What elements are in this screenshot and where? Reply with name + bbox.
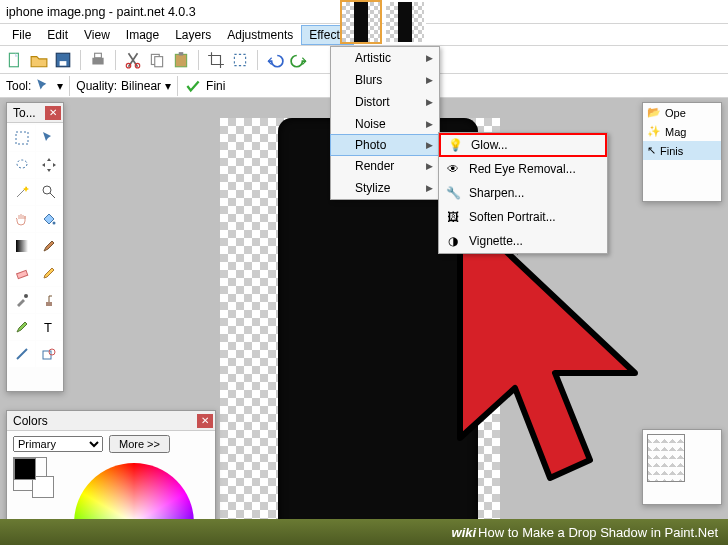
menu-adjustments[interactable]: Adjustments: [219, 25, 301, 45]
effects-stylize[interactable]: Stylize▶: [331, 177, 439, 199]
colors-panel-title: Colors: [13, 414, 48, 428]
history-item-wand[interactable]: ✨Mag: [643, 122, 721, 141]
folder-icon: 📂: [647, 106, 661, 119]
chevron-right-icon: ▶: [426, 119, 433, 129]
article-title: How to Make a Drop Shadow in Paint.Net: [478, 525, 718, 540]
photo-soften[interactable]: 🖼Soften Portrait...: [439, 205, 607, 229]
recolor-tool[interactable]: [9, 314, 35, 340]
move-pixels-tool[interactable]: [36, 152, 62, 178]
menu-edit[interactable]: Edit: [39, 25, 76, 45]
svg-point-13: [17, 160, 27, 168]
wand-icon: ✨: [647, 125, 661, 138]
save-icon[interactable]: [54, 51, 72, 69]
separator: [69, 76, 70, 96]
pencil-tool[interactable]: [36, 260, 62, 286]
svg-rect-2: [60, 61, 67, 66]
portrait-icon: 🖼: [445, 209, 461, 225]
effects-noise[interactable]: Noise▶: [331, 113, 439, 135]
doc-thumb-1[interactable]: [340, 0, 382, 44]
line-tool[interactable]: [9, 341, 35, 367]
svg-rect-4: [95, 53, 102, 58]
svg-rect-21: [43, 351, 51, 359]
paintbrush-tool[interactable]: [36, 233, 62, 259]
chevron-right-icon: ▶: [426, 140, 433, 150]
dropdown-icon[interactable]: ▾: [57, 79, 63, 93]
layer-thumb[interactable]: [647, 434, 685, 482]
wikihow-caption: wiki How to Make a Drop Shadow in Paint.…: [0, 519, 728, 545]
move-tool-icon[interactable]: [35, 77, 53, 95]
effects-distort[interactable]: Distort▶: [331, 91, 439, 113]
effects-photo[interactable]: Photo▶: [330, 134, 440, 156]
lasso-tool[interactable]: [9, 152, 35, 178]
paint-bucket-tool[interactable]: [36, 206, 62, 232]
new-file-icon[interactable]: [6, 51, 24, 69]
photo-sharpen[interactable]: 🔧Sharpen...: [439, 181, 607, 205]
chevron-right-icon: ▶: [426, 53, 433, 63]
close-icon[interactable]: ✕: [45, 106, 61, 120]
clone-stamp-tool[interactable]: [36, 287, 62, 313]
tools-panel: To... ✕ T: [6, 102, 64, 392]
doc-thumb-2[interactable]: [384, 0, 426, 44]
photo-vignette[interactable]: ◑Vignette...: [439, 229, 607, 253]
bulb-icon: 💡: [447, 137, 463, 153]
gradient-tool[interactable]: [9, 233, 35, 259]
primary-color[interactable]: [14, 458, 36, 480]
eye-icon: 👁: [445, 161, 461, 177]
vignette-icon: ◑: [445, 233, 461, 249]
dropdown-icon[interactable]: ▾: [165, 79, 171, 93]
document-thumbnails: [340, 0, 426, 46]
rectangle-select-tool[interactable]: [9, 125, 35, 151]
photo-glow[interactable]: 💡Glow...: [439, 133, 607, 157]
chevron-right-icon: ▶: [426, 75, 433, 85]
zoom-tool[interactable]: [36, 179, 62, 205]
shapes-tool[interactable]: [36, 341, 62, 367]
crop-icon[interactable]: [207, 51, 225, 69]
copy-icon[interactable]: [148, 51, 166, 69]
svg-text:T: T: [44, 320, 52, 335]
effects-blurs[interactable]: Blurs▶: [331, 69, 439, 91]
menu-file[interactable]: File: [4, 25, 39, 45]
svg-rect-9: [175, 54, 186, 66]
svg-rect-16: [16, 240, 28, 252]
svg-rect-10: [179, 52, 184, 55]
deselect-icon[interactable]: [231, 51, 249, 69]
photo-submenu: 💡Glow... 👁Red Eye Removal... 🔧Sharpen...…: [438, 132, 608, 254]
finish-label[interactable]: Fini: [206, 79, 225, 93]
tool-label: Tool:: [6, 79, 31, 93]
arrow-icon: ↖: [647, 144, 656, 157]
cut-icon[interactable]: [124, 51, 142, 69]
separator: [80, 50, 81, 70]
sharpen-icon: 🔧: [445, 185, 461, 201]
magic-wand-tool[interactable]: [9, 179, 35, 205]
quality-value[interactable]: Bilinear: [121, 79, 161, 93]
history-item-finish[interactable]: ↖Finis: [643, 141, 721, 160]
photo-redeye[interactable]: 👁Red Eye Removal...: [439, 157, 607, 181]
finish-icon[interactable]: [184, 77, 202, 95]
colors-more-button[interactable]: More >>: [109, 435, 170, 453]
separator: [198, 50, 199, 70]
separator: [177, 76, 178, 96]
pan-tool[interactable]: [9, 206, 35, 232]
effects-artistic[interactable]: Artistic▶: [331, 47, 439, 69]
chevron-right-icon: ▶: [426, 161, 433, 171]
menu-layers[interactable]: Layers: [167, 25, 219, 45]
paste-icon[interactable]: [172, 51, 190, 69]
move-selection-tool[interactable]: [36, 125, 62, 151]
undo-icon[interactable]: [266, 51, 284, 69]
menu-image[interactable]: Image: [118, 25, 167, 45]
svg-rect-19: [46, 302, 52, 306]
effects-render[interactable]: Render▶: [331, 155, 439, 177]
color-picker-tool[interactable]: [9, 287, 35, 313]
redo-icon[interactable]: [290, 51, 308, 69]
eraser-tool[interactable]: [9, 260, 35, 286]
text-tool[interactable]: T: [36, 314, 62, 340]
print-icon[interactable]: [89, 51, 107, 69]
chevron-right-icon: ▶: [426, 97, 433, 107]
color-mode-select[interactable]: Primary: [13, 436, 103, 452]
open-file-icon[interactable]: [30, 51, 48, 69]
primary-secondary-swatch[interactable]: [13, 457, 47, 491]
layers-panel: [642, 429, 722, 505]
close-icon[interactable]: ✕: [197, 414, 213, 428]
history-item-open[interactable]: 📂Ope: [643, 103, 721, 122]
menu-view[interactable]: View: [76, 25, 118, 45]
